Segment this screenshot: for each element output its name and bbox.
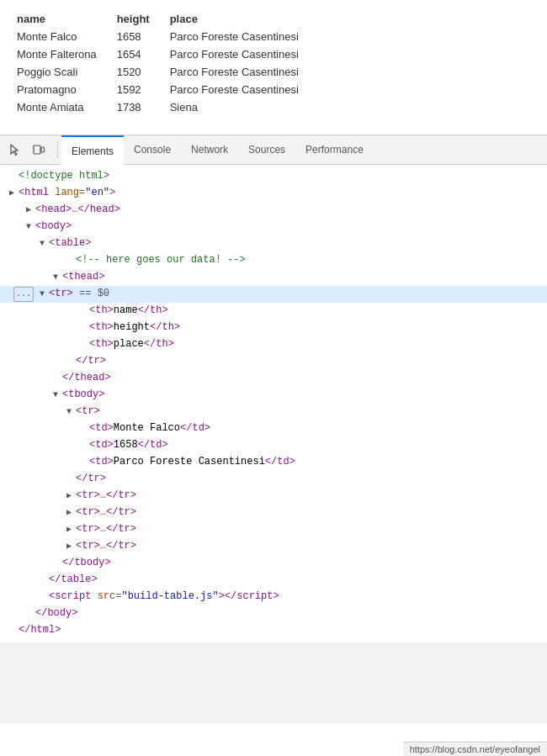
svg-rect-1 xyxy=(41,147,45,152)
code-line-body-open[interactable]: ▼ <body> xyxy=(0,219,547,235)
tab-sources[interactable]: Sources xyxy=(238,135,295,165)
code-line-tr-collapsed-4[interactable]: ▶ <tr> … </tr> xyxy=(0,538,547,555)
preview-table: name height place Monte Falco1658Parco F… xyxy=(13,10,316,116)
ellipsis-button[interactable]: ... xyxy=(13,287,34,302)
table-cell: 1658 xyxy=(114,28,167,45)
table-cell: 1520 xyxy=(114,63,167,81)
code-line-tr-close: </tr> xyxy=(0,353,547,370)
table-cell: Parco Foreste Casentinesi xyxy=(167,45,316,63)
code-line-th-height[interactable]: <th> height </th> xyxy=(0,320,547,336)
code-line-head[interactable]: ▶ <head> … </head> xyxy=(0,202,547,219)
table-row: Pratomagno1592Parco Foreste Casentinesi xyxy=(13,81,316,98)
tab-performance[interactable]: Performance xyxy=(295,135,374,165)
tab-elements[interactable]: Elements xyxy=(61,135,124,165)
table-cell: 1738 xyxy=(114,98,167,116)
code-line-html-close: </html> xyxy=(0,622,547,639)
table-cell: Siena xyxy=(167,98,316,116)
code-line-tr-collapsed-3[interactable]: ▶ <tr> … </tr> xyxy=(0,521,547,538)
code-line-tr-first-close: </tr> xyxy=(0,471,547,488)
code-line-comment: <!-- here goes our data! --> xyxy=(0,252,547,269)
table-row: Poggio Scali1520Parco Foreste Casentines… xyxy=(13,63,316,81)
code-line-td-name[interactable]: <td> Monte Falco </td> xyxy=(0,420,547,437)
table-row: Monte Falterona1654Parco Foreste Casenti… xyxy=(13,45,316,63)
table-cell: Monte Falterona xyxy=(13,45,114,63)
elements-panel: <!doctype html> ▶ <html lang = "en" > ▶ … xyxy=(0,165,547,642)
devtools-tab-bar: Elements Console Network Sources Perform… xyxy=(0,135,547,165)
code-line-table-close: </table> xyxy=(0,572,547,589)
table-cell: Poggio Scali xyxy=(13,63,114,81)
tab-bar-divider xyxy=(57,141,58,158)
col-header-height: height xyxy=(114,10,167,28)
device-icon-button[interactable] xyxy=(27,138,50,161)
code-line-thead-open[interactable]: ▼ <thead> xyxy=(0,269,547,286)
devtools-panel: Elements Console Network Sources Perform… xyxy=(0,135,547,723)
url-text: https://blog.csdn.net/eyeofangel xyxy=(410,744,540,754)
devtools-icon-group xyxy=(3,138,50,161)
table-cell: Parco Foreste Casentinesi xyxy=(167,81,316,98)
col-header-place: place xyxy=(167,10,316,28)
code-line-tbody-close: </tbody> xyxy=(0,555,547,572)
code-line-doctype: <!doctype html> xyxy=(0,168,547,185)
code-line-table-open[interactable]: ▼ <table> xyxy=(0,235,547,252)
url-bar: https://blog.csdn.net/eyeofangel xyxy=(403,742,547,756)
tab-network[interactable]: Network xyxy=(181,135,238,165)
table-cell: 1654 xyxy=(114,45,167,63)
code-line-tbody-open[interactable]: ▼ <tbody> xyxy=(0,387,547,404)
table-cell: Parco Foreste Casentinesi xyxy=(167,63,316,81)
code-line-td-height[interactable]: <td> 1658 </td> xyxy=(0,437,547,454)
code-line-body-close: </body> xyxy=(0,605,547,622)
table-row: Monte Amiata1738Siena xyxy=(13,98,316,116)
code-line-thead-close: </thead> xyxy=(0,370,547,387)
code-line-td-place[interactable]: <td> Parco Foreste Casentinesi </td> xyxy=(0,454,547,471)
table-cell: Parco Foreste Casentinesi xyxy=(167,28,316,45)
code-line-tr-collapsed-1[interactable]: ▶ <tr> … </tr> xyxy=(0,488,547,505)
code-line-html[interactable]: ▶ <html lang = "en" > xyxy=(0,185,547,202)
preview-area: name height place Monte Falco1658Parco F… xyxy=(0,0,547,135)
code-line-th-name[interactable]: <th> name </th> xyxy=(0,303,547,320)
code-line-tr-highlighted[interactable]: ... ▼ <tr> == $0 xyxy=(0,286,547,303)
code-line-tr-collapsed-2[interactable]: ▶ <tr> … </tr> xyxy=(0,505,547,521)
table-cell: Monte Falco xyxy=(13,28,114,45)
code-line-th-place[interactable]: <th> place </th> xyxy=(0,336,547,353)
svg-rect-0 xyxy=(34,145,40,154)
table-cell: Monte Amiata xyxy=(13,98,114,116)
tab-console[interactable]: Console xyxy=(124,135,181,165)
table-cell: Pratomagno xyxy=(13,81,114,98)
code-line-script[interactable]: <script src = "build-table.js" ></script… xyxy=(0,589,547,605)
table-row: Monte Falco1658Parco Foreste Casentinesi xyxy=(13,28,316,45)
col-header-name: name xyxy=(13,10,114,28)
cursor-icon-button[interactable] xyxy=(3,138,27,161)
table-cell: 1592 xyxy=(114,81,167,98)
code-line-tr-first[interactable]: ▼ <tr> xyxy=(0,404,547,420)
